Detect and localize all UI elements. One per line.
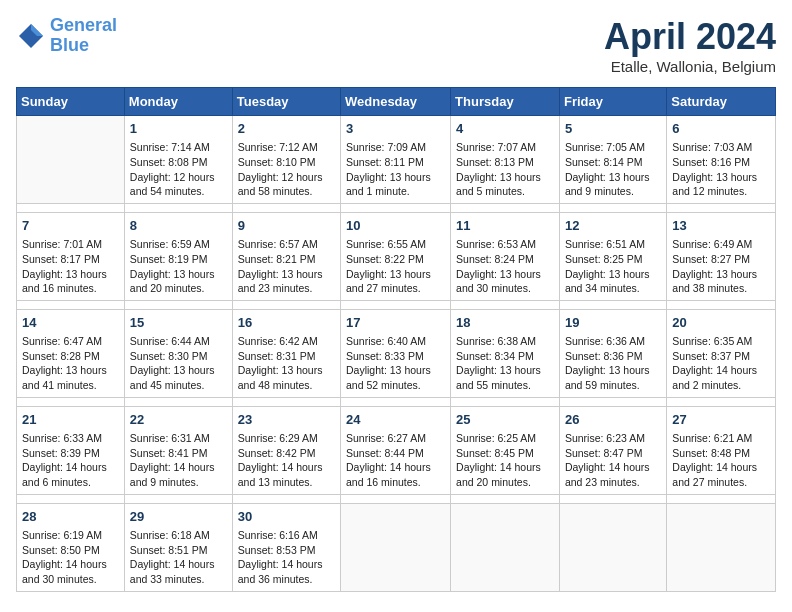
calendar-cell: 8Sunrise: 6:59 AM Sunset: 8:19 PM Daylig… — [124, 212, 232, 300]
calendar-cell: 24Sunrise: 6:27 AM Sunset: 8:44 PM Dayli… — [341, 406, 451, 494]
column-header-sunday: Sunday — [17, 88, 125, 116]
day-info: Sunrise: 6:21 AM Sunset: 8:48 PM Dayligh… — [672, 431, 770, 490]
day-number: 27 — [672, 411, 770, 429]
calendar-cell: 12Sunrise: 6:51 AM Sunset: 8:25 PM Dayli… — [559, 212, 666, 300]
week-divider — [17, 494, 776, 503]
day-number: 29 — [130, 508, 227, 526]
day-number: 8 — [130, 217, 227, 235]
day-info: Sunrise: 6:25 AM Sunset: 8:45 PM Dayligh… — [456, 431, 554, 490]
calendar-week-5: 28Sunrise: 6:19 AM Sunset: 8:50 PM Dayli… — [17, 503, 776, 591]
calendar-cell: 20Sunrise: 6:35 AM Sunset: 8:37 PM Dayli… — [667, 309, 776, 397]
logo-icon — [16, 21, 46, 51]
day-number: 4 — [456, 120, 554, 138]
logo-line1: General — [50, 15, 117, 35]
column-header-tuesday: Tuesday — [232, 88, 340, 116]
logo-line2: Blue — [50, 35, 89, 55]
day-number: 21 — [22, 411, 119, 429]
day-number: 15 — [130, 314, 227, 332]
day-info: Sunrise: 6:44 AM Sunset: 8:30 PM Dayligh… — [130, 334, 227, 393]
day-number: 30 — [238, 508, 335, 526]
day-info: Sunrise: 6:31 AM Sunset: 8:41 PM Dayligh… — [130, 431, 227, 490]
day-info: Sunrise: 6:27 AM Sunset: 8:44 PM Dayligh… — [346, 431, 445, 490]
day-info: Sunrise: 6:23 AM Sunset: 8:47 PM Dayligh… — [565, 431, 661, 490]
column-header-friday: Friday — [559, 88, 666, 116]
calendar-cell: 11Sunrise: 6:53 AM Sunset: 8:24 PM Dayli… — [451, 212, 560, 300]
title-block: April 2024 Etalle, Wallonia, Belgium — [604, 16, 776, 75]
calendar-week-4: 21Sunrise: 6:33 AM Sunset: 8:39 PM Dayli… — [17, 406, 776, 494]
week-divider — [17, 300, 776, 309]
calendar-cell: 29Sunrise: 6:18 AM Sunset: 8:51 PM Dayli… — [124, 503, 232, 591]
week-divider — [17, 397, 776, 406]
day-info: Sunrise: 6:33 AM Sunset: 8:39 PM Dayligh… — [22, 431, 119, 490]
day-info: Sunrise: 6:53 AM Sunset: 8:24 PM Dayligh… — [456, 237, 554, 296]
calendar-cell: 30Sunrise: 6:16 AM Sunset: 8:53 PM Dayli… — [232, 503, 340, 591]
day-number: 9 — [238, 217, 335, 235]
day-info: Sunrise: 6:49 AM Sunset: 8:27 PM Dayligh… — [672, 237, 770, 296]
day-number: 16 — [238, 314, 335, 332]
day-number: 5 — [565, 120, 661, 138]
calendar-cell: 7Sunrise: 7:01 AM Sunset: 8:17 PM Daylig… — [17, 212, 125, 300]
calendar-cell: 13Sunrise: 6:49 AM Sunset: 8:27 PM Dayli… — [667, 212, 776, 300]
day-info: Sunrise: 6:35 AM Sunset: 8:37 PM Dayligh… — [672, 334, 770, 393]
calendar-cell — [451, 503, 560, 591]
day-number: 18 — [456, 314, 554, 332]
day-info: Sunrise: 6:38 AM Sunset: 8:34 PM Dayligh… — [456, 334, 554, 393]
calendar-cell: 25Sunrise: 6:25 AM Sunset: 8:45 PM Dayli… — [451, 406, 560, 494]
calendar-cell: 18Sunrise: 6:38 AM Sunset: 8:34 PM Dayli… — [451, 309, 560, 397]
calendar-cell: 22Sunrise: 6:31 AM Sunset: 8:41 PM Dayli… — [124, 406, 232, 494]
day-number: 6 — [672, 120, 770, 138]
calendar-cell: 4Sunrise: 7:07 AM Sunset: 8:13 PM Daylig… — [451, 116, 560, 204]
day-info: Sunrise: 7:12 AM Sunset: 8:10 PM Dayligh… — [238, 140, 335, 199]
calendar-header-row: SundayMondayTuesdayWednesdayThursdayFrid… — [17, 88, 776, 116]
column-header-saturday: Saturday — [667, 88, 776, 116]
logo-text: General Blue — [50, 16, 117, 56]
day-info: Sunrise: 6:59 AM Sunset: 8:19 PM Dayligh… — [130, 237, 227, 296]
day-info: Sunrise: 6:19 AM Sunset: 8:50 PM Dayligh… — [22, 528, 119, 587]
day-info: Sunrise: 6:16 AM Sunset: 8:53 PM Dayligh… — [238, 528, 335, 587]
column-header-wednesday: Wednesday — [341, 88, 451, 116]
day-number: 22 — [130, 411, 227, 429]
day-number: 3 — [346, 120, 445, 138]
location-subtitle: Etalle, Wallonia, Belgium — [604, 58, 776, 75]
day-info: Sunrise: 6:36 AM Sunset: 8:36 PM Dayligh… — [565, 334, 661, 393]
calendar-cell: 1Sunrise: 7:14 AM Sunset: 8:08 PM Daylig… — [124, 116, 232, 204]
day-number: 23 — [238, 411, 335, 429]
month-title: April 2024 — [604, 16, 776, 58]
calendar-cell: 27Sunrise: 6:21 AM Sunset: 8:48 PM Dayli… — [667, 406, 776, 494]
day-number: 2 — [238, 120, 335, 138]
calendar-cell: 14Sunrise: 6:47 AM Sunset: 8:28 PM Dayli… — [17, 309, 125, 397]
day-number: 13 — [672, 217, 770, 235]
day-info: Sunrise: 7:07 AM Sunset: 8:13 PM Dayligh… — [456, 140, 554, 199]
column-header-thursday: Thursday — [451, 88, 560, 116]
calendar-cell: 26Sunrise: 6:23 AM Sunset: 8:47 PM Dayli… — [559, 406, 666, 494]
calendar-cell: 10Sunrise: 6:55 AM Sunset: 8:22 PM Dayli… — [341, 212, 451, 300]
week-divider — [17, 203, 776, 212]
calendar-cell — [341, 503, 451, 591]
calendar-cell — [559, 503, 666, 591]
calendar-cell: 19Sunrise: 6:36 AM Sunset: 8:36 PM Dayli… — [559, 309, 666, 397]
day-info: Sunrise: 7:01 AM Sunset: 8:17 PM Dayligh… — [22, 237, 119, 296]
day-number: 10 — [346, 217, 445, 235]
day-info: Sunrise: 6:42 AM Sunset: 8:31 PM Dayligh… — [238, 334, 335, 393]
calendar-cell — [17, 116, 125, 204]
column-header-monday: Monday — [124, 88, 232, 116]
calendar-cell: 6Sunrise: 7:03 AM Sunset: 8:16 PM Daylig… — [667, 116, 776, 204]
day-number: 19 — [565, 314, 661, 332]
calendar-cell: 21Sunrise: 6:33 AM Sunset: 8:39 PM Dayli… — [17, 406, 125, 494]
day-number: 25 — [456, 411, 554, 429]
calendar-cell: 15Sunrise: 6:44 AM Sunset: 8:30 PM Dayli… — [124, 309, 232, 397]
day-info: Sunrise: 7:05 AM Sunset: 8:14 PM Dayligh… — [565, 140, 661, 199]
calendar-cell: 17Sunrise: 6:40 AM Sunset: 8:33 PM Dayli… — [341, 309, 451, 397]
day-info: Sunrise: 6:18 AM Sunset: 8:51 PM Dayligh… — [130, 528, 227, 587]
calendar-cell: 9Sunrise: 6:57 AM Sunset: 8:21 PM Daylig… — [232, 212, 340, 300]
page-header: General Blue April 2024 Etalle, Wallonia… — [16, 16, 776, 75]
logo: General Blue — [16, 16, 117, 56]
day-number: 7 — [22, 217, 119, 235]
calendar-week-3: 14Sunrise: 6:47 AM Sunset: 8:28 PM Dayli… — [17, 309, 776, 397]
day-number: 24 — [346, 411, 445, 429]
calendar-cell: 28Sunrise: 6:19 AM Sunset: 8:50 PM Dayli… — [17, 503, 125, 591]
day-number: 14 — [22, 314, 119, 332]
day-info: Sunrise: 6:57 AM Sunset: 8:21 PM Dayligh… — [238, 237, 335, 296]
day-number: 11 — [456, 217, 554, 235]
day-number: 28 — [22, 508, 119, 526]
